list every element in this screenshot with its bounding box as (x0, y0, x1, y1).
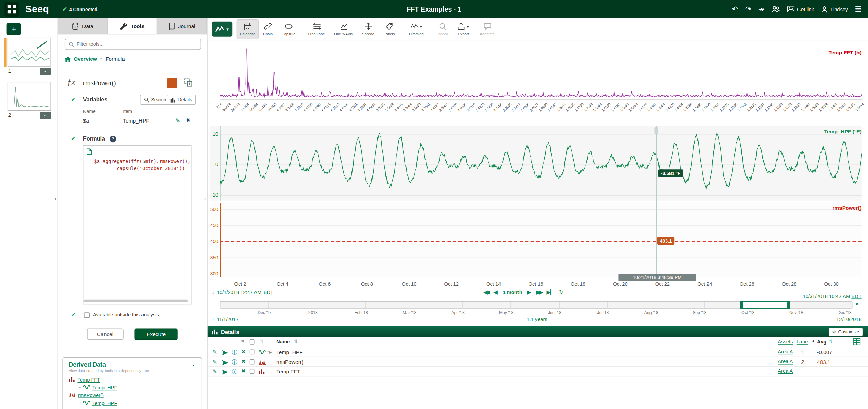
sort-asc-icon[interactable]: ▲ (812, 339, 815, 342)
edit-icon[interactable]: ✎ (212, 368, 217, 374)
app-grid-icon[interactable] (4, 2, 19, 16)
edit-icon[interactable]: ✎ (212, 358, 217, 365)
collapse-rail-handle[interactable]: ‹ (53, 192, 58, 204)
tab-journal[interactable]: Journal (157, 18, 207, 34)
range-duration[interactable]: 1 month (503, 289, 522, 295)
step-back-icon[interactable]: ◀ (493, 289, 498, 295)
worksheet-2-chevron[interactable]: ⌄ (40, 112, 51, 119)
derived-item-link[interactable]: rmsPower() (78, 392, 104, 398)
derived-item-link[interactable]: Temp_HPF (92, 385, 117, 390)
toolbar-button-spread[interactable]: Spread (357, 19, 379, 39)
item-name[interactable]: Temp FFT (276, 368, 300, 374)
derived-item-link[interactable]: Temp FFT (77, 377, 100, 382)
timebar-fit-icon[interactable]: » (855, 300, 859, 307)
redo-icon[interactable]: ↷ (745, 5, 751, 13)
present-icon[interactable]: ↠ (758, 5, 765, 13)
customize-button[interactable]: ⚙ Customize (829, 328, 862, 336)
worksheet-1-chevron[interactable]: ⌄ (40, 68, 51, 75)
item-name[interactable]: Temp_HPF (276, 349, 303, 355)
remove-variable-icon[interactable]: ✖ (186, 117, 190, 123)
name-column-header[interactable]: Name (276, 339, 290, 344)
cancel-button[interactable]: Cancel (87, 328, 124, 340)
edit-variable-icon[interactable]: ✎ (175, 117, 180, 124)
tab-data[interactable]: Data (58, 18, 108, 34)
hamburger-menu-icon[interactable]: ☰ (855, 5, 862, 13)
asset-link[interactable]: Area A (778, 368, 793, 374)
row-checkbox[interactable] (250, 349, 255, 354)
edit-icon[interactable]: ✎ (212, 349, 217, 355)
available-checkbox[interactable] (84, 312, 90, 318)
asset-link[interactable]: Area A (778, 349, 793, 354)
user-menu[interactable]: Lindsey (821, 6, 848, 13)
step-forward-icon[interactable]: ▶ (527, 289, 531, 295)
fft-chart[interactable] (220, 47, 862, 100)
toolbar-button-chain[interactable]: Chain (259, 19, 277, 39)
asset-link[interactable]: Area A (778, 358, 793, 364)
row-checkbox[interactable] (250, 359, 255, 364)
remove-icon[interactable]: ✖ (241, 349, 245, 355)
toolbar-button-calendar[interactable]: Calendar (237, 19, 259, 39)
assets-column-header[interactable]: Assets (778, 339, 793, 344)
color-swatch[interactable] (167, 78, 177, 88)
range-end-timezone[interactable]: EDT (851, 294, 861, 299)
row-checkbox[interactable] (250, 369, 255, 374)
worksheet-thumbnail-2[interactable] (8, 82, 51, 111)
sort-icon[interactable]: ⇅ (260, 339, 263, 344)
toolbar-button-one-y-axis[interactable]: One Y-Axis (329, 19, 357, 39)
editor-horizontal-scrollbar[interactable] (83, 300, 188, 302)
remove-all-icon[interactable]: ✖ (241, 339, 245, 344)
variables-search-button[interactable]: Search (140, 95, 170, 105)
sort-icon[interactable]: ⇅ (294, 339, 298, 344)
avg-column-header[interactable]: Avg (817, 339, 826, 344)
toolbar-button-one-lane[interactable]: One Lane (304, 19, 329, 39)
send-icon[interactable] (222, 350, 228, 357)
tab-tools[interactable]: Tools (108, 18, 157, 34)
formula-name-input[interactable] (83, 76, 161, 90)
step-back-fast-icon[interactable]: ◀◀ (483, 289, 488, 295)
view-selector-button[interactable]: ▼ (212, 22, 232, 37)
remove-icon[interactable]: ✖ (241, 368, 245, 374)
users-icon[interactable] (772, 5, 780, 13)
table-grid-icon[interactable] (853, 338, 860, 346)
new-worksheet-button[interactable]: + (7, 23, 21, 35)
info-icon[interactable]: ⓘ (232, 358, 238, 365)
select-all-checkbox[interactable] (250, 339, 255, 345)
collapse-chevron-icon[interactable]: ⌄ (191, 361, 196, 367)
home-icon[interactable] (65, 56, 71, 62)
undo-icon[interactable]: ↶ (732, 5, 738, 13)
temp-chart[interactable] (220, 126, 862, 201)
breadcrumb-overview-link[interactable]: Overview (74, 56, 97, 62)
toolbar-button-export[interactable]: ▼ Export (452, 19, 474, 39)
full-range-end[interactable]: 12/10/2018 (836, 317, 861, 322)
send-icon[interactable] (222, 369, 228, 376)
execute-button[interactable]: Execute (134, 328, 177, 340)
formula-help-icon[interactable]: ? (110, 136, 116, 143)
send-icon[interactable] (222, 360, 228, 367)
full-range-duration[interactable]: 1.1 years (485, 317, 590, 322)
toolbar-button-labels[interactable]: Labels (379, 19, 399, 39)
cursor-grip[interactable] (654, 127, 658, 134)
range-end[interactable]: 10/31/2018 10:47 AM EDT (803, 294, 862, 299)
item-name[interactable]: rmsPower() (276, 358, 303, 365)
timebar-selection-window[interactable] (740, 301, 790, 309)
chart-cursor-line[interactable] (656, 126, 657, 277)
full-range-start[interactable]: ↑ 11/1/2017 (212, 317, 239, 322)
collapse-panel-handle[interactable]: ‹ (203, 192, 208, 204)
sort-icon[interactable]: ⇅ (829, 339, 832, 344)
derived-item-link[interactable]: Temp_HPF (92, 400, 117, 406)
toolbar-button-dimming[interactable]: ▼ Dimming (403, 19, 429, 39)
rms-lane-background[interactable] (210, 203, 862, 277)
lane-column-header[interactable]: Lane (797, 339, 808, 344)
refresh-icon[interactable]: ↻ (559, 289, 564, 295)
variables-details-button[interactable]: Details (167, 95, 196, 105)
info-icon[interactable]: ⓘ (232, 368, 238, 374)
get-link-button[interactable]: Get link (787, 6, 814, 12)
range-start-timezone[interactable]: EDT (264, 290, 273, 295)
toolbar-button-capsule[interactable]: Capsule (277, 19, 299, 39)
step-to-end-icon[interactable]: ▶▏ (547, 289, 554, 295)
formula-editor[interactable]: $a.aggregate(fft(5min).rmsPower(), capsu… (83, 145, 192, 304)
item-picker-icon[interactable] (184, 78, 193, 88)
filter-tools-input[interactable] (77, 41, 197, 47)
step-forward-fast-icon[interactable]: ▶▶ (536, 289, 542, 295)
info-icon[interactable]: ⓘ (232, 349, 238, 355)
